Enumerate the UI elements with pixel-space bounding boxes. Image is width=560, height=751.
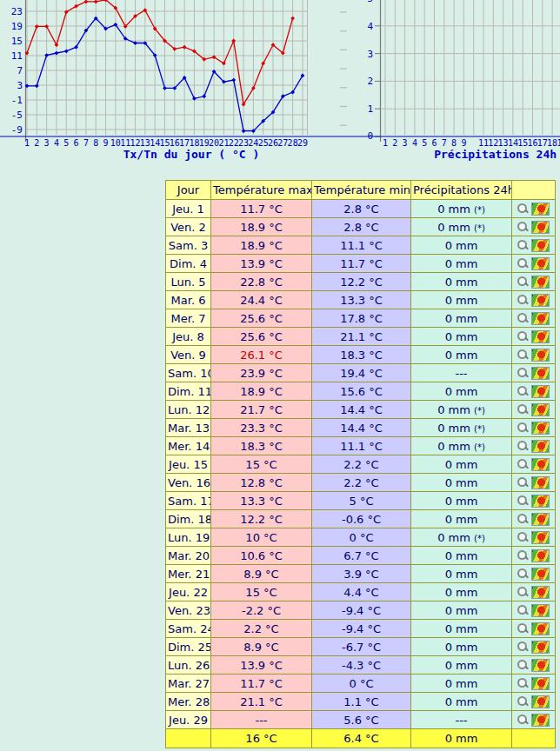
map-thumbnail-icon[interactable]: [531, 714, 550, 727]
tmin-cell: -4.3 °C: [312, 656, 411, 675]
day-cell: Ven. 2: [166, 218, 211, 236]
tmin-cell: 21.1 °C: [312, 328, 411, 346]
tmax-cell: 11.7 °C: [211, 200, 312, 218]
map-thumbnail-icon[interactable]: [531, 239, 550, 252]
temp-chart-title: Tx/Tn du jour ( °C ): [123, 148, 260, 161]
precip-cell: 0 mm: [411, 565, 512, 583]
zoom-day-icon[interactable]: [517, 660, 529, 671]
map-thumbnail-icon[interactable]: [531, 549, 550, 562]
tmax-cell: 11.7 °C: [211, 675, 312, 693]
zoom-day-icon[interactable]: [517, 623, 529, 635]
row-icons: [517, 257, 550, 270]
icons-cell: [512, 675, 556, 693]
zoom-day-icon[interactable]: [517, 477, 529, 488]
tmin-point: [55, 51, 59, 56]
table-row: Ven. 926.1 °C18.3 °C0 mm: [166, 346, 556, 364]
map-thumbnail-icon[interactable]: [531, 312, 550, 325]
map-thumbnail-icon[interactable]: [531, 257, 550, 270]
zoom-day-icon[interactable]: [517, 587, 529, 598]
map-thumbnail-icon[interactable]: [531, 513, 550, 526]
map-thumbnail-icon[interactable]: [531, 622, 550, 635]
zoom-day-icon[interactable]: [517, 404, 529, 415]
map-thumbnail-icon[interactable]: [531, 476, 550, 489]
zoom-day-icon[interactable]: [517, 550, 529, 562]
zoom-day-icon[interactable]: [517, 240, 529, 251]
zoom-day-icon[interactable]: [517, 331, 529, 342]
day-cell: Ven. 16: [166, 474, 211, 492]
map-thumbnail-icon[interactable]: [531, 330, 550, 343]
zoom-day-icon[interactable]: [517, 441, 529, 452]
zoom-day-icon[interactable]: [517, 532, 529, 543]
map-thumbnail-icon[interactable]: [531, 604, 550, 617]
table-row: Ven. 218.9 °C2.8 °C0 mm (*): [166, 218, 556, 236]
table-row: Mar. 2010.6 °C6.7 °C0 mm: [166, 547, 556, 565]
icons-cell: [512, 273, 556, 291]
zoom-day-icon[interactable]: [517, 514, 529, 525]
precip-cell: 0 mm (*): [411, 401, 512, 419]
table-row: Dim. 413.9 °C11.7 °C0 mm: [166, 255, 556, 273]
zoom-day-icon[interactable]: [517, 641, 529, 653]
zoom-day-icon[interactable]: [517, 568, 529, 580]
map-thumbnail-icon[interactable]: [531, 221, 550, 234]
tmin-cell: 13.3 °C: [312, 291, 411, 309]
zoom-day-icon[interactable]: [517, 495, 529, 507]
map-thumbnail-icon[interactable]: [531, 641, 550, 654]
estimated-value-asterisk: (*): [474, 534, 485, 543]
zoom-day-icon[interactable]: [517, 203, 529, 215]
precip-xtick-label: 11: [478, 138, 489, 148]
temp-xtick-label: 15: [159, 138, 170, 148]
map-thumbnail-icon[interactable]: [531, 586, 550, 599]
map-thumbnail-icon[interactable]: [531, 294, 550, 307]
zoom-day-icon[interactable]: [517, 295, 529, 306]
tmin-cell: -6.7 °C: [312, 638, 411, 656]
map-thumbnail-icon[interactable]: [531, 276, 550, 289]
map-thumbnail-icon[interactable]: [531, 422, 550, 435]
tmax-point: [84, 0, 89, 3]
zoom-day-icon[interactable]: [517, 459, 529, 470]
zoom-day-icon[interactable]: [517, 678, 529, 689]
precip-xtick-label: 2: [392, 138, 397, 148]
zoom-day-icon[interactable]: [517, 696, 529, 708]
row-icons: [517, 568, 550, 581]
tmax-cell: 10 °C: [211, 528, 312, 547]
zoom-day-icon[interactable]: [517, 714, 529, 726]
table-row: Dim. 1118.9 °C15.6 °C0 mm: [166, 382, 556, 401]
zoom-day-icon[interactable]: [517, 422, 529, 434]
map-thumbnail-icon[interactable]: [531, 659, 550, 672]
map-thumbnail-icon[interactable]: [531, 203, 550, 216]
tmin-point: [35, 83, 39, 88]
icons-cell: [512, 346, 556, 364]
icons-cell: [512, 693, 556, 711]
row-icons: [517, 531, 550, 544]
tmax-cell: 22.8 °C: [211, 273, 312, 291]
map-thumbnail-icon[interactable]: [531, 495, 550, 508]
map-thumbnail-icon[interactable]: [531, 440, 550, 453]
tmin-cell: -0.6 °C: [312, 510, 411, 528]
map-thumbnail-icon[interactable]: [531, 367, 550, 380]
zoom-day-icon[interactable]: [517, 222, 529, 233]
zoom-day-icon[interactable]: [517, 276, 529, 288]
summary-icons-cell: [512, 729, 556, 748]
zoom-day-icon[interactable]: [517, 258, 529, 269]
temp-xtick-label: 20: [209, 138, 219, 148]
map-thumbnail-icon[interactable]: [531, 531, 550, 544]
zoom-day-icon[interactable]: [517, 368, 529, 379]
map-thumbnail-icon[interactable]: [531, 385, 550, 398]
temp-xtick-label: 24: [248, 138, 258, 148]
map-thumbnail-icon[interactable]: [531, 349, 550, 362]
map-thumbnail-icon[interactable]: [531, 458, 550, 471]
zoom-day-icon[interactable]: [517, 605, 529, 616]
map-thumbnail-icon[interactable]: [531, 677, 550, 690]
zoom-day-icon[interactable]: [517, 386, 529, 397]
table-row: Ven. 1612.8 °C2.2 °C0 mm: [166, 474, 556, 492]
zoom-day-icon[interactable]: [517, 313, 529, 324]
header-precipitations: Précipitations 24h: [411, 181, 512, 200]
temp-ytick-label: -1: [11, 95, 23, 106]
tmin-cell: 2.2 °C: [312, 474, 411, 492]
map-thumbnail-icon[interactable]: [531, 695, 550, 708]
zoom-day-icon[interactable]: [517, 349, 529, 361]
tmax-cell: 24.4 °C: [211, 291, 312, 309]
map-thumbnail-icon[interactable]: [531, 403, 550, 416]
map-thumbnail-icon[interactable]: [531, 568, 550, 581]
temp-xtick-label: 11: [120, 138, 130, 148]
